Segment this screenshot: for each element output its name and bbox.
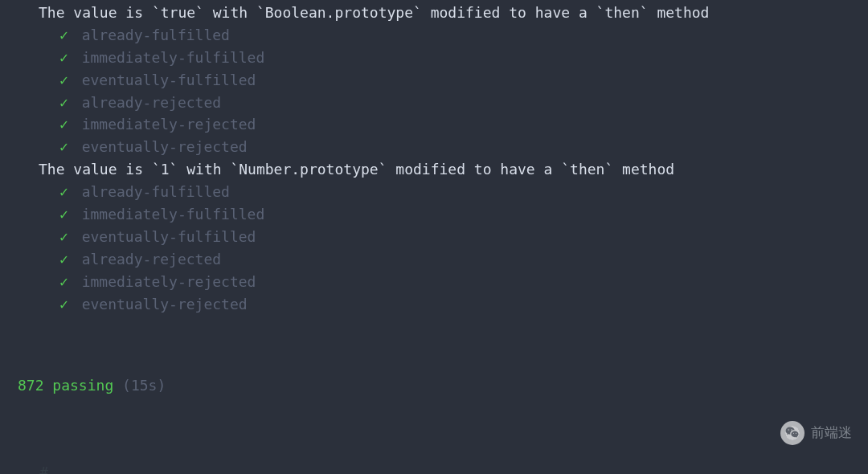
test-name: immediately-rejected bbox=[68, 116, 256, 133]
checkmark-icon: ✓ bbox=[0, 94, 68, 111]
watermark: 前端迷 bbox=[780, 421, 852, 445]
watermark-label: 前端迷 bbox=[811, 423, 852, 443]
test-name: immediately-rejected bbox=[68, 273, 256, 290]
test-summary: 872 passing (15s) bbox=[0, 374, 868, 397]
passing-count: 872 passing bbox=[18, 377, 113, 394]
test-name: already-rejected bbox=[68, 251, 221, 268]
test-result: ✓ already-fulfilled bbox=[0, 24, 868, 47]
prompt-hash: # bbox=[39, 464, 48, 474]
test-result: ✓ eventually-rejected bbox=[0, 293, 868, 316]
test-name: immediately-fulfilled bbox=[68, 206, 264, 223]
test-result: ✓ immediately-fulfilled bbox=[0, 47, 868, 69]
test-name: eventually-rejected bbox=[68, 138, 248, 155]
checkmark-icon: ✓ bbox=[0, 251, 68, 268]
test-result: ✓ immediately-rejected bbox=[0, 271, 868, 293]
test-group-title: The value is `1` with `Number.prototype`… bbox=[0, 158, 868, 181]
test-result: ✓ already-fulfilled bbox=[0, 181, 868, 203]
test-name: eventually-fulfilled bbox=[68, 228, 256, 245]
checkmark-icon: ✓ bbox=[0, 228, 68, 245]
terminal-output: The value is `true` with `Boolean.protot… bbox=[0, 2, 868, 315]
test-result: ✓ already-rejected bbox=[0, 248, 868, 271]
checkmark-icon: ✓ bbox=[0, 206, 68, 223]
test-name: eventually-rejected bbox=[68, 296, 248, 313]
checkmark-icon: ✓ bbox=[0, 27, 68, 43]
test-result: ✓ immediately-fulfilled bbox=[0, 203, 868, 226]
test-duration: (15s) bbox=[122, 377, 166, 394]
test-result: ✓ eventually-fulfilled bbox=[0, 69, 868, 92]
shell-prompt[interactable]: # yuchengkai at yuchengkaideiMac.local i… bbox=[0, 439, 868, 474]
test-name: eventually-fulfilled bbox=[68, 72, 256, 88]
test-group-title: The value is `true` with `Boolean.protot… bbox=[0, 2, 868, 24]
checkmark-icon: ✓ bbox=[0, 296, 68, 313]
test-name: already-fulfilled bbox=[68, 183, 230, 200]
checkmark-icon: ✓ bbox=[0, 72, 68, 88]
checkmark-icon: ✓ bbox=[0, 116, 68, 133]
wechat-icon bbox=[780, 421, 805, 445]
test-result: ✓ eventually-fulfilled bbox=[0, 226, 868, 248]
checkmark-icon: ✓ bbox=[0, 183, 68, 200]
test-name: immediately-fulfilled bbox=[68, 49, 264, 66]
checkmark-icon: ✓ bbox=[0, 49, 68, 66]
test-result: ✓ eventually-rejected bbox=[0, 136, 868, 158]
test-name: already-rejected bbox=[68, 94, 221, 111]
checkmark-icon: ✓ bbox=[0, 138, 68, 155]
checkmark-icon: ✓ bbox=[0, 273, 68, 290]
test-result: ✓ immediately-rejected bbox=[0, 113, 868, 136]
test-name: already-fulfilled bbox=[68, 27, 230, 43]
test-result: ✓ already-rejected bbox=[0, 92, 868, 114]
